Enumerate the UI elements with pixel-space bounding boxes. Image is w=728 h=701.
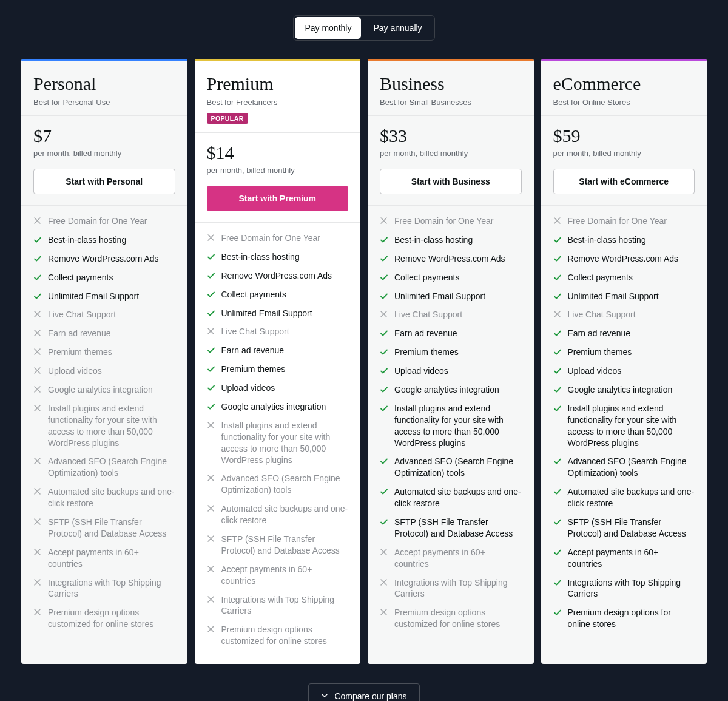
check-icon (207, 252, 215, 263)
plan-title: eCommerce (553, 73, 695, 94)
feature-label: Premium themes (568, 347, 632, 358)
feature-list: Free Domain for One YearBest-in-class ho… (21, 205, 187, 647)
check-icon (553, 235, 562, 246)
feature-row: Unlimited Email Support (33, 287, 175, 306)
feature-label: Upload videos (394, 365, 448, 377)
feature-row: Earn ad revenue (33, 324, 175, 343)
feature-row: Collect payments (380, 268, 522, 287)
price-block: $33per month, billed monthlyStart with B… (368, 116, 534, 205)
check-icon (553, 385, 562, 396)
feature-label: Remove WordPress.com Ads (394, 253, 505, 265)
feature-label: Free Domain for One Year (48, 215, 147, 227)
check-icon (553, 348, 562, 358)
feature-row: Google analytics integration (207, 398, 349, 416)
feature-label: Accept payments in 60+ countries (568, 547, 695, 570)
feature-label: Automated site backups and one-click res… (221, 503, 349, 526)
feature-label: Install plugins and extend functionality… (568, 403, 695, 449)
feature-label: Remove WordPress.com Ads (568, 253, 679, 265)
feature-row: Premium themes (207, 360, 349, 379)
feature-label: Best-in-class hosting (568, 234, 646, 246)
feature-label: Best-in-class hosting (48, 234, 126, 246)
feature-label: Earn ad revenue (48, 328, 111, 339)
check-icon (380, 273, 388, 283)
pay-annually-tab[interactable]: Pay annually (362, 17, 433, 39)
check-icon (380, 235, 388, 246)
feature-label: Premium design options customized for on… (394, 607, 522, 630)
check-icon (380, 487, 388, 509)
plan-title: Personal (33, 73, 175, 94)
feature-label: Upload videos (221, 382, 275, 394)
feature-label: Earn ad revenue (221, 345, 285, 356)
cross-icon (380, 217, 388, 227)
plan-price-sub: per month, billed monthly (553, 149, 695, 158)
cross-icon (33, 329, 42, 339)
feature-list: Free Domain for One YearBest-in-class ho… (368, 205, 534, 647)
cross-icon (553, 310, 562, 320)
feature-label: Automated site backups and one-click res… (568, 486, 695, 509)
feature-row: Free Domain for One Year (33, 212, 175, 231)
feature-row: Automated site backups and one-click res… (207, 500, 349, 530)
check-icon (207, 365, 215, 375)
feature-row: Advanced SEO (Search Engine Optimization… (33, 452, 175, 483)
price-block: $7per month, billed monthlyStart with Pe… (21, 116, 187, 205)
feature-label: Collect payments (394, 272, 459, 283)
check-icon (380, 518, 388, 540)
feature-label: Google analytics integration (394, 384, 499, 396)
feature-label: Accept payments in 60+ countries (221, 564, 349, 587)
cross-icon (33, 385, 42, 396)
feature-label: Install plugins and extend functionality… (221, 420, 349, 466)
check-icon (380, 404, 388, 449)
check-icon (380, 348, 388, 358)
start-personal-button[interactable]: Start with Personal (33, 169, 175, 194)
check-icon (553, 367, 562, 377)
check-icon (553, 578, 562, 600)
check-icon (553, 548, 562, 570)
check-icon (207, 271, 215, 282)
feature-row: Upload videos (380, 362, 522, 381)
start-ecommerce-button[interactable]: Start with eCommerce (553, 169, 695, 194)
cross-icon (207, 504, 215, 526)
feature-row: Accept payments in 60+ countries (33, 543, 175, 574)
start-premium-button[interactable]: Start with Premium (207, 186, 349, 211)
pay-monthly-tab[interactable]: Pay monthly (295, 17, 361, 39)
chevron-down-icon (321, 691, 328, 701)
feature-label: Accept payments in 60+ countries (394, 547, 522, 570)
feature-label: Advanced SEO (Search Engine Optimization… (394, 456, 522, 479)
price-block: $59per month, billed monthlyStart with e… (541, 116, 707, 205)
feature-row: Collect payments (33, 268, 175, 287)
feature-row: Automated site backups and one-click res… (380, 483, 522, 513)
feature-row: Install plugins and extend functionality… (33, 399, 175, 453)
feature-label: Automated site backups and one-click res… (394, 486, 522, 509)
feature-row: Earn ad revenue (553, 324, 695, 343)
popular-badge: POPULAR (207, 113, 248, 124)
feature-label: Unlimited Email Support (48, 291, 139, 302)
plan-card-business: BusinessBest for Small Businesses$33per … (368, 59, 534, 664)
feature-label: Free Domain for One Year (221, 232, 320, 244)
feature-list: Free Domain for One YearBest-in-class ho… (541, 205, 707, 647)
check-icon (33, 273, 42, 283)
compare-plans-button[interactable]: Compare our plans (308, 683, 419, 701)
feature-label: Install plugins and extend functionality… (394, 403, 522, 449)
feature-label: SFTP (SSH File Transfer Protocol) and Da… (394, 516, 522, 540)
check-icon (553, 329, 562, 339)
check-icon (553, 457, 562, 479)
feature-row: Earn ad revenue (380, 324, 522, 343)
feature-label: Best-in-class hosting (394, 234, 473, 246)
feature-row: Accept payments in 60+ countries (380, 543, 522, 574)
cross-icon (380, 578, 388, 600)
check-icon (207, 346, 215, 356)
check-icon (380, 385, 388, 396)
feature-row: Google analytics integration (33, 381, 175, 399)
feature-label: Earn ad revenue (394, 328, 457, 339)
feature-row: Premium design options customized for on… (380, 603, 522, 634)
feature-row: Advanced SEO (Search Engine Optimization… (207, 469, 349, 500)
feature-row: Install plugins and extend functionality… (380, 399, 522, 453)
feature-row: Premium design options for online stores (553, 603, 695, 634)
start-business-button[interactable]: Start with Business (380, 169, 522, 194)
plan-header: BusinessBest for Small Businesses (368, 61, 534, 116)
check-icon (33, 292, 42, 302)
plan-price: $33 (380, 126, 522, 146)
feature-label: Google analytics integration (48, 384, 153, 396)
cross-icon (33, 518, 42, 540)
feature-row: Earn ad revenue (207, 341, 349, 360)
